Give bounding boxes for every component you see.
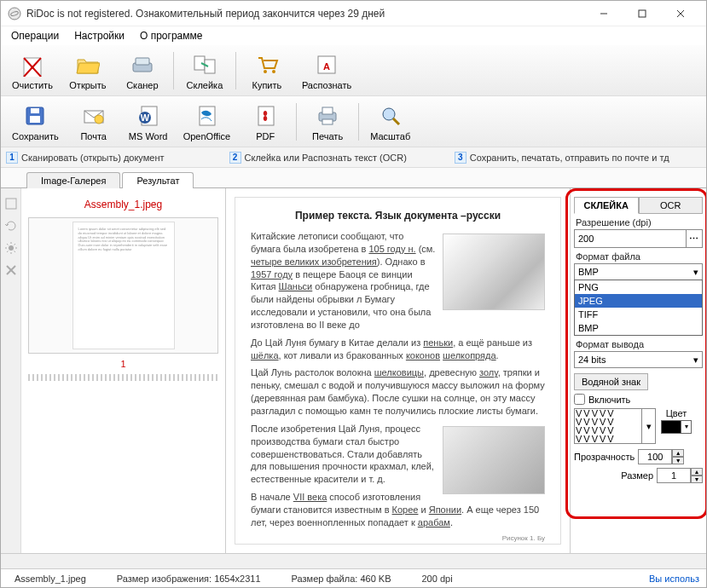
open-button[interactable]: Открыть bbox=[62, 48, 113, 94]
watermark-pattern[interactable]: VVVVV VVVVV VVVVV VVVVV bbox=[574, 408, 642, 444]
ocr-icon: A bbox=[313, 51, 340, 78]
output-format-label: Формат вывода bbox=[576, 339, 703, 349]
pdf-button[interactable]: PDF bbox=[240, 99, 291, 145]
doc-title: Пример текста. Язык документа –русски bbox=[251, 210, 545, 222]
status-link[interactable]: Вы использ bbox=[649, 574, 699, 584]
window-title: RiDoc is not registered. Ознакомительный… bbox=[26, 8, 584, 20]
color-label: Цвет bbox=[666, 408, 687, 418]
spin-down[interactable]: ▼ bbox=[691, 476, 703, 483]
watermark-pattern-dropdown[interactable]: ▾ bbox=[642, 408, 656, 444]
status-filename: Assembly_1.jpeg bbox=[8, 574, 93, 584]
print-button[interactable]: Печать bbox=[302, 99, 353, 145]
statusbar: Assembly_1.jpeg Размер изображения: 1654… bbox=[1, 568, 706, 587]
toolbar-separator bbox=[235, 52, 236, 89]
svg-point-33 bbox=[9, 245, 14, 251]
format-option-bmp[interactable]: BMP bbox=[575, 321, 702, 335]
format-option-jpeg[interactable]: JPEG bbox=[575, 294, 702, 308]
svg-rect-26 bbox=[258, 107, 274, 125]
rotate-icon[interactable] bbox=[4, 219, 18, 233]
tab-ocr-settings[interactable]: OCR bbox=[639, 197, 704, 214]
svg-text:W: W bbox=[140, 112, 149, 123]
status-file-size: Размер файла: 460 KB bbox=[285, 574, 398, 584]
svg-point-13 bbox=[264, 70, 267, 73]
word-icon: W bbox=[135, 102, 162, 130]
resolution-more-button[interactable]: ⋯ bbox=[687, 229, 703, 248]
spin-up[interactable]: ▲ bbox=[672, 449, 684, 457]
ocr-recognize-button[interactable]: A Распознать bbox=[296, 48, 357, 94]
delete-icon[interactable] bbox=[4, 263, 18, 277]
clear-button[interactable]: Очистить bbox=[6, 48, 59, 94]
tab-glue-settings[interactable]: СКЛЕЙКА bbox=[574, 197, 639, 214]
glue-button[interactable]: Склейка bbox=[179, 48, 230, 94]
brightness-icon[interactable] bbox=[4, 241, 18, 255]
openoffice-icon bbox=[193, 102, 220, 130]
color-dropdown[interactable]: ▾ bbox=[681, 420, 692, 434]
watermark-enable-checkbox[interactable] bbox=[574, 394, 585, 405]
svg-rect-28 bbox=[322, 107, 333, 114]
minimize-button[interactable] bbox=[584, 2, 623, 26]
status-dpi: 200 dpi bbox=[415, 574, 460, 584]
tab-gallery[interactable]: Image-Галерея bbox=[26, 172, 120, 188]
thumb-page-number: 1 bbox=[28, 359, 218, 369]
output-format-select[interactable]: 24 bits▾ bbox=[574, 351, 703, 368]
svg-line-31 bbox=[393, 118, 399, 124]
svg-text:A: A bbox=[323, 61, 330, 72]
file-format-select[interactable]: BMP▾ bbox=[574, 263, 703, 280]
menu-operations[interactable]: Операции bbox=[4, 28, 66, 43]
size-input[interactable] bbox=[657, 468, 691, 483]
toolbar-separator bbox=[296, 103, 297, 141]
svg-line-41 bbox=[14, 244, 15, 245]
close-button[interactable] bbox=[661, 2, 699, 26]
chevron-down-icon: ▾ bbox=[693, 267, 698, 278]
color-picker[interactable] bbox=[661, 420, 681, 434]
step-2[interactable]: 2Склейка или Распознать текст (OCR) bbox=[229, 152, 407, 164]
crop-icon[interactable] bbox=[4, 197, 18, 210]
watermark-group: Водяной знак bbox=[574, 373, 648, 390]
thumbnail[interactable]: Lorem ipsum dolor sit amet consectetur a… bbox=[28, 217, 218, 354]
steps-row: 1Сканировать (открыть) документ 2Склейка… bbox=[1, 147, 706, 168]
printer-icon bbox=[314, 102, 341, 130]
format-option-png[interactable]: PNG bbox=[575, 280, 702, 294]
clear-icon bbox=[19, 51, 46, 78]
maximize-button[interactable] bbox=[623, 2, 661, 26]
zoom-button[interactable]: Масштаб bbox=[364, 99, 416, 145]
svg-line-40 bbox=[7, 251, 9, 253]
toolbar-main: Очистить Открыть Сканер Склейка Купить A… bbox=[1, 45, 706, 96]
size-label: Размер bbox=[621, 470, 653, 481]
tab-result[interactable]: Результат bbox=[122, 172, 194, 188]
scrollbar-horizontal[interactable] bbox=[1, 553, 706, 568]
svg-rect-19 bbox=[31, 108, 39, 113]
spin-up[interactable]: ▲ bbox=[691, 468, 703, 476]
resolution-input[interactable] bbox=[574, 229, 687, 248]
spin-down[interactable]: ▼ bbox=[672, 457, 684, 464]
magnifier-icon bbox=[377, 102, 404, 130]
scanner-button[interactable]: Сканер bbox=[117, 48, 168, 94]
app-icon bbox=[8, 7, 21, 20]
document-page[interactable]: Пример текста. Язык документа –русски Ки… bbox=[235, 197, 561, 545]
toolbar-separator bbox=[173, 52, 174, 89]
step-3[interactable]: 3Сохранить, печатать, отправить по почте… bbox=[455, 152, 669, 164]
word-button[interactable]: W MS Word bbox=[123, 99, 174, 145]
save-button[interactable]: Сохранить bbox=[6, 99, 65, 145]
menu-settings[interactable]: Настройки bbox=[67, 28, 131, 43]
buy-button[interactable]: Купить bbox=[241, 48, 293, 94]
menu-about[interactable]: О программе bbox=[133, 28, 209, 43]
scanner-icon bbox=[129, 51, 156, 78]
svg-line-38 bbox=[7, 244, 9, 245]
transparency-input[interactable] bbox=[638, 449, 672, 464]
pane-divider[interactable] bbox=[28, 374, 218, 381]
file-format-label: Формат файла bbox=[576, 251, 703, 262]
left-tool-strip bbox=[1, 188, 21, 553]
openoffice-button[interactable]: OpenOffice bbox=[177, 99, 236, 145]
toolbar-separator bbox=[358, 103, 359, 141]
doc-image-folded bbox=[443, 426, 545, 494]
mail-button[interactable]: Почта bbox=[68, 99, 119, 145]
step-1[interactable]: 1Сканировать (открыть) документ bbox=[6, 152, 165, 164]
svg-rect-29 bbox=[322, 119, 333, 124]
menubar: Операции Настройки О программе bbox=[1, 26, 706, 45]
folder-open-icon bbox=[74, 51, 101, 78]
mail-icon bbox=[80, 102, 107, 130]
thumbnail-pane: Assembly_1.jpeg Lorem ipsum dolor sit am… bbox=[21, 188, 226, 553]
format-option-tiff[interactable]: TIFF bbox=[575, 308, 702, 321]
toolbar-export: Сохранить Почта W MS Word OpenOffice PDF… bbox=[1, 96, 706, 147]
